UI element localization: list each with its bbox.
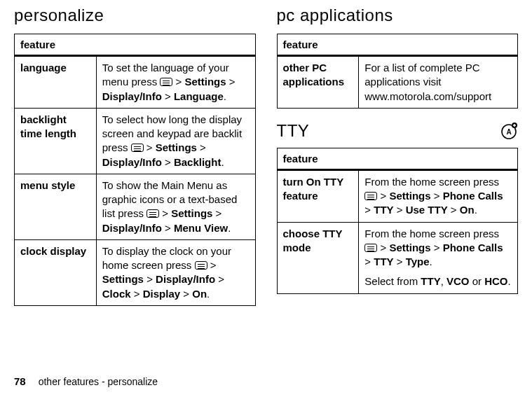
row-label: other PC applications	[277, 56, 359, 109]
row-label: choose TTY mode	[277, 222, 359, 293]
right-column: pc applications feature other PC applica…	[277, 6, 519, 306]
table-row: language To set the language of your men…	[15, 56, 256, 109]
svg-text:A: A	[506, 128, 511, 136]
table-row: clock display To display the clock on yo…	[15, 239, 256, 305]
table-row: choose TTY mode From the home screen pre…	[277, 222, 518, 293]
table-header: feature	[277, 34, 518, 56]
accessibility-icon: A	[500, 122, 518, 140]
heading-personalize: personalize	[14, 6, 256, 25]
page-footer: 78 other features - personalize	[14, 375, 158, 387]
personalize-table: feature language To set the language of …	[14, 34, 256, 306]
menu-icon	[160, 78, 172, 86]
page-number: 78	[14, 375, 26, 387]
row-label: menu style	[15, 174, 97, 239]
heading-tty: TTY	[277, 121, 310, 141]
table-header: feature	[277, 148, 518, 169]
page-columns: personalize feature language To set the …	[0, 0, 532, 306]
row-label: backlight time length	[15, 108, 97, 174]
menu-icon	[364, 244, 377, 252]
row-desc: To show the Main Menu as graphic icons o…	[96, 174, 255, 239]
menu-icon	[146, 209, 159, 218]
row-desc: From the home screen press > Settings > …	[359, 169, 518, 222]
tty-heading-row: TTY A	[277, 121, 519, 141]
pc-apps-table: feature other PC applications For a list…	[277, 34, 519, 109]
row-label: turn On TTY feature	[277, 169, 359, 222]
row-desc: To select how long the display screen an…	[96, 108, 255, 174]
row-label: language	[15, 56, 97, 109]
menu-icon	[195, 261, 207, 270]
table-row: menu style To show the Main Menu as grap…	[15, 174, 256, 239]
heading-pc-applications: pc applications	[277, 6, 519, 25]
row-desc: To display the clock on your home screen…	[96, 239, 255, 305]
table-row: backlight time length To select how long…	[15, 108, 256, 174]
row-desc: From the home screen press > Settings > …	[359, 222, 518, 293]
footer-text: other features - personalize	[39, 376, 158, 387]
left-column: personalize feature language To set the …	[14, 6, 256, 306]
menu-icon	[131, 144, 144, 152]
menu-icon	[364, 192, 377, 200]
table-row: other PC applications For a list of comp…	[277, 56, 518, 109]
row-label: clock display	[15, 239, 97, 305]
table-row: turn On TTY feature From the home screen…	[277, 169, 518, 222]
row-desc: To set the language of your menu press >…	[96, 56, 255, 109]
tty-table: feature turn On TTY feature From the hom…	[277, 148, 519, 294]
row-desc: For a list of complete PC applications v…	[359, 56, 518, 109]
table-header: feature	[15, 34, 256, 56]
